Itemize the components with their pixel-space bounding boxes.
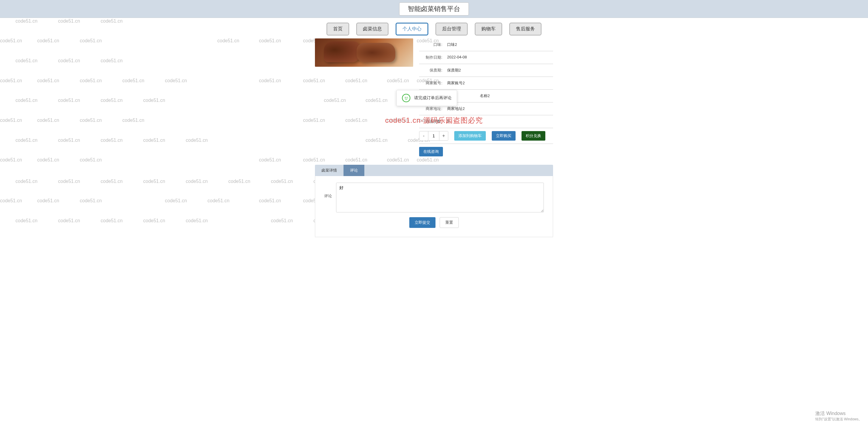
watermark: code51.cn <box>228 179 250 184</box>
field-value: 5 <box>447 119 449 124</box>
toast-message: 请完成订单后再评论 <box>414 95 452 101</box>
field-label: 商家地址: <box>420 106 447 111</box>
watermark: code51.cn <box>58 218 80 223</box>
watermark: code51.cn <box>186 218 208 223</box>
watermark: code51.cn <box>37 198 59 203</box>
quantity-stepper: - + <box>419 131 448 141</box>
action-row: - + 添加到购物车 立即购买 积分兑换 <box>419 128 553 144</box>
nav-backend[interactable]: 后台管理 <box>435 23 468 35</box>
page-title: 智能卤菜销售平台 <box>399 2 469 16</box>
nav-aftersales[interactable]: 售后服务 <box>509 23 541 35</box>
product-image <box>315 38 413 67</box>
add-to-cart-button[interactable]: 添加到购物车 <box>454 131 486 141</box>
qty-minus-button[interactable]: - <box>420 132 428 140</box>
field-value: 口味2 <box>447 42 457 47</box>
comment-form-row: 评论 <box>324 182 544 212</box>
watermark: code51.cn <box>186 179 208 184</box>
toast-dialog: 请完成订单后再评论 <box>397 90 457 106</box>
watermark: code51.cn <box>143 218 165 223</box>
watermark: code51.cn <box>16 218 37 223</box>
watermark: code51.cn <box>101 218 123 223</box>
field-flavor: 口味: 口味2 <box>419 38 553 51</box>
field-label: 保质期: <box>420 68 447 73</box>
field-shelf-life: 保质期: 保质期2 <box>419 64 553 77</box>
tab-comments[interactable]: 评论 <box>343 165 364 176</box>
watermark: code51.cn <box>165 198 187 203</box>
smile-icon <box>402 94 410 102</box>
qty-plus-button[interactable]: + <box>439 132 448 140</box>
comment-textarea[interactable] <box>336 182 544 212</box>
svg-point-0 <box>405 97 406 98</box>
tabs-section: 卤菜详情 评论 评论 立即提交 重置 <box>315 165 553 237</box>
tab-bar: 卤菜详情 评论 <box>315 165 553 176</box>
watermark: code51.cn <box>80 198 102 203</box>
watermark: code51.cn <box>101 179 123 184</box>
field-value: 2022-04-08 <box>447 55 467 60</box>
nav-cart[interactable]: 购物车 <box>475 23 502 35</box>
watermark: code51.cn <box>16 179 37 184</box>
field-label: 制作日期: <box>420 55 447 60</box>
watermark: code51.cn <box>271 179 293 184</box>
header-bar: 智能卤菜销售平台 <box>0 0 868 18</box>
watermark: code51.cn <box>208 198 229 203</box>
buy-now-button[interactable]: 立即购买 <box>492 131 516 141</box>
reset-button[interactable]: 重置 <box>440 217 459 228</box>
watermark: code51.cn <box>271 218 293 223</box>
field-label: 商家账号: <box>420 80 447 86</box>
consult-row: 在线咨询 <box>419 144 553 160</box>
comment-label: 评论 <box>324 182 336 199</box>
field-label: 点击次数: <box>420 119 447 124</box>
field-value: 保质期2 <box>447 68 461 73</box>
qty-input[interactable] <box>428 132 439 140</box>
field-click-count: 点击次数: 5 <box>419 115 553 128</box>
nav-row: 首页 卤菜信息 个人中心 后台管理 购物车 售后服务 <box>0 18 868 38</box>
watermark: code51.cn <box>58 179 80 184</box>
online-consult-button[interactable]: 在线咨询 <box>419 147 443 156</box>
watermark: code51.cn <box>259 198 281 203</box>
form-actions: 立即提交 重置 <box>324 217 544 228</box>
nav-personal-center[interactable]: 个人中心 <box>396 23 428 35</box>
points-exchange-button[interactable]: 积分兑换 <box>522 131 545 141</box>
field-merchant-account: 商家账号: 商家账号2 <box>419 77 553 90</box>
tab-details[interactable]: 卤菜详情 <box>315 165 343 176</box>
watermark: code51.cn <box>0 198 22 203</box>
svg-point-1 <box>407 97 407 98</box>
nav-lucai-info[interactable]: 卤菜信息 <box>356 23 389 35</box>
field-label: 口味: <box>420 42 447 47</box>
nav-home[interactable]: 首页 <box>327 23 349 35</box>
tab-body-comments: 评论 立即提交 重置 <box>315 176 553 237</box>
field-value: 商家地址2 <box>447 106 465 111</box>
field-value: 商家账号2 <box>447 80 465 86</box>
field-production-date: 制作日期: 2022-04-08 <box>419 51 553 64</box>
watermark: code51.cn <box>143 179 165 184</box>
submit-button[interactable]: 立即提交 <box>409 217 435 228</box>
